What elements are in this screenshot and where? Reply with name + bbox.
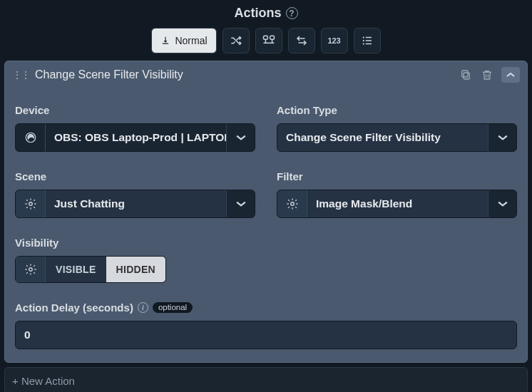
hidden-option[interactable]: HIDDEN bbox=[106, 257, 165, 282]
delay-label: Action Delay (seconds) bbox=[15, 301, 133, 314]
action-type-select[interactable]: Change Scene Filter Visibility bbox=[277, 123, 517, 152]
list-button[interactable] bbox=[354, 28, 381, 53]
svg-point-8 bbox=[29, 202, 32, 206]
copy-icon bbox=[459, 68, 472, 81]
chevron-down-icon[interactable] bbox=[488, 190, 516, 217]
svg-rect-1 bbox=[270, 36, 274, 39]
help-icon[interactable]: ? bbox=[286, 7, 298, 19]
delay-input[interactable] bbox=[15, 321, 517, 349]
branch-icon bbox=[262, 34, 276, 47]
svg-point-3 bbox=[362, 40, 364, 41]
card-title: Change Scene Filter Visibility bbox=[35, 68, 453, 81]
svg-point-9 bbox=[290, 202, 294, 206]
svg-rect-0 bbox=[263, 36, 267, 39]
gear-icon[interactable] bbox=[16, 257, 46, 282]
action-card: ⋮⋮ Change Scene Filter Visibility Device bbox=[4, 61, 528, 363]
swap-icon bbox=[295, 34, 308, 47]
svg-point-2 bbox=[362, 36, 364, 38]
collapse-button[interactable] bbox=[501, 67, 520, 83]
number-icon: 123 bbox=[327, 36, 340, 45]
page-title: Actions bbox=[234, 6, 281, 21]
visibility-toggle: VISIBLE HIDDEN bbox=[15, 256, 166, 283]
filter-value[interactable]: Image Mask/Blend bbox=[307, 190, 488, 217]
chevron-down-icon[interactable] bbox=[226, 190, 255, 217]
chevron-up-icon bbox=[506, 71, 515, 78]
duplicate-button[interactable] bbox=[459, 68, 473, 82]
action-type-value[interactable]: Change Scene Filter Visibility bbox=[277, 124, 488, 151]
condition-button[interactable] bbox=[255, 28, 282, 53]
normal-mode-button[interactable]: Normal bbox=[151, 28, 216, 53]
device-value[interactable]: OBS: OBS Laptop-Prod | LAPTOP-7Q6… bbox=[46, 124, 226, 151]
gear-icon[interactable] bbox=[16, 190, 46, 217]
optional-badge: optional bbox=[153, 302, 193, 313]
filter-select[interactable]: Image Mask/Blend bbox=[277, 190, 517, 218]
new-action-button[interactable]: + New Action bbox=[4, 367, 528, 392]
list-icon bbox=[361, 34, 374, 47]
scene-label: Scene bbox=[15, 170, 255, 182]
number-button[interactable]: 123 bbox=[321, 28, 348, 53]
svg-point-4 bbox=[362, 43, 364, 44]
visible-option[interactable]: VISIBLE bbox=[46, 257, 106, 282]
delete-button[interactable] bbox=[480, 68, 494, 82]
device-label: Device bbox=[15, 104, 255, 116]
visibility-label: Visibility bbox=[15, 237, 517, 249]
scene-value[interactable]: Just Chatting bbox=[46, 190, 226, 217]
device-select[interactable]: OBS: OBS Laptop-Prod | LAPTOP-7Q6… bbox=[15, 123, 255, 152]
obs-icon bbox=[16, 124, 46, 151]
filter-label: Filter bbox=[277, 170, 517, 182]
drag-handle-icon[interactable]: ⋮⋮ bbox=[12, 69, 29, 81]
swap-button[interactable] bbox=[288, 28, 315, 53]
actions-toolbar: Normal 123 bbox=[0, 28, 532, 61]
trash-icon bbox=[481, 68, 493, 81]
download-icon bbox=[160, 36, 170, 46]
svg-point-10 bbox=[29, 268, 32, 272]
svg-rect-6 bbox=[462, 71, 468, 77]
scene-select[interactable]: Just Chatting bbox=[15, 190, 255, 218]
svg-rect-5 bbox=[464, 73, 469, 79]
shuffle-icon bbox=[230, 34, 242, 47]
chevron-down-icon[interactable] bbox=[488, 124, 516, 151]
gear-icon[interactable] bbox=[277, 190, 307, 217]
chevron-down-icon[interactable] bbox=[226, 124, 255, 151]
info-icon[interactable]: i bbox=[138, 302, 148, 313]
shuffle-button[interactable] bbox=[222, 28, 250, 53]
action-type-label: Action Type bbox=[277, 104, 517, 116]
